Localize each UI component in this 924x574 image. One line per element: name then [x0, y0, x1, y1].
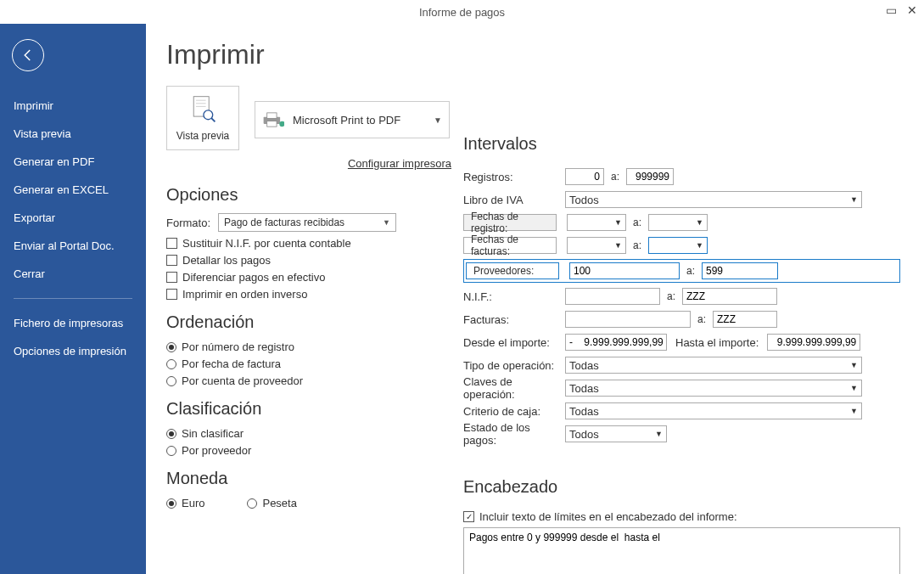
- fechas-registro-to[interactable]: ▼: [648, 214, 708, 231]
- sidebar-item-cerrar[interactable]: Cerrar: [0, 260, 146, 288]
- fechas-registro-from[interactable]: ▼: [567, 214, 626, 231]
- sidebar-item-opciones-impresion[interactable]: Opciones de impresión: [0, 337, 146, 365]
- document-search-icon: [188, 94, 218, 125]
- printer-icon: [262, 110, 284, 129]
- formato-select[interactable]: Pago de facturas recibidas ▼: [218, 213, 396, 232]
- chevron-down-icon: ▼: [696, 241, 703, 250]
- titlebar: Informe de pagos ▭ ✕: [0, 0, 924, 24]
- chevron-down-icon: ▼: [850, 407, 858, 415]
- close-icon[interactable]: ✕: [907, 3, 917, 17]
- tipo-operacion-label: Tipo de operación:: [463, 359, 565, 372]
- proveedores-row-highlighted: Proveedores: a:: [463, 259, 900, 283]
- desde-importe-label: Desde el importe:: [463, 336, 565, 349]
- sidebar: Imprimir Vista previa Generar en PDF Gen…: [0, 24, 146, 574]
- chevron-down-icon: ▼: [850, 361, 858, 369]
- radio-peseta[interactable]: Peseta: [247, 497, 296, 509]
- criterio-caja-select[interactable]: Todas▼: [565, 402, 862, 419]
- config-printer-link[interactable]: Configurar impresora: [348, 157, 451, 170]
- intervalos-title: Intervalos: [463, 134, 900, 154]
- sidebar-item-enviar-portal[interactable]: Enviar al Portal Doc.: [0, 232, 146, 260]
- chevron-down-icon: ▼: [696, 218, 703, 227]
- chevron-down-icon: ▼: [614, 218, 622, 227]
- sidebar-item-imprimir[interactable]: Imprimir: [0, 92, 146, 120]
- radio-cuenta-proveedor[interactable]: Por cuenta de proveedor: [166, 374, 412, 387]
- tipo-operacion-select[interactable]: Todas▼: [565, 357, 862, 374]
- libro-iva-select[interactable]: Todos▼: [565, 191, 862, 208]
- printer-select[interactable]: Microsoft Print to PDF ▼: [255, 101, 450, 138]
- fechas-facturas-to[interactable]: ▼: [648, 237, 708, 254]
- radio-euro[interactable]: Euro: [166, 497, 204, 509]
- nif-to-input[interactable]: [682, 288, 777, 305]
- sidebar-divider: [14, 298, 132, 299]
- check-diferenciar-efectivo[interactable]: Diferenciar pagos en efectivo: [166, 271, 412, 284]
- chevron-down-icon: ▼: [850, 195, 858, 204]
- chevron-down-icon: ▼: [850, 384, 858, 392]
- clasificacion-title: Clasificación: [166, 399, 412, 419]
- check-detallar-pagos[interactable]: Detallar los pagos: [166, 254, 412, 267]
- opciones-title: Opciones: [166, 185, 412, 205]
- radio-fecha-factura[interactable]: Por fecha de factura: [166, 357, 412, 370]
- preview-label: Vista previa: [176, 130, 229, 142]
- window-title: Informe de pagos: [419, 6, 505, 19]
- proveedores-to-input[interactable]: [702, 262, 778, 279]
- check-sustituir-nif[interactable]: Sustituir N.I.F. por cuenta contable: [166, 237, 412, 250]
- chevron-down-icon: ▼: [434, 115, 442, 125]
- encabezado-title: Encabezado: [463, 477, 900, 497]
- check-incluir-limites[interactable]: Incluir texto de límites en el encabezad…: [463, 510, 900, 523]
- registros-to-input[interactable]: [626, 168, 674, 185]
- desde-importe-input[interactable]: [565, 334, 667, 351]
- svg-rect-8: [267, 121, 277, 127]
- fechas-facturas-from[interactable]: ▼: [567, 237, 626, 254]
- chevron-down-icon: ▼: [655, 430, 663, 438]
- claves-operacion-label: Claves de operación:: [463, 375, 565, 401]
- ordenacion-title: Ordenación: [166, 312, 412, 332]
- preview-button[interactable]: Vista previa: [166, 86, 239, 150]
- fechas-registro-button[interactable]: Fechas de registro:: [463, 214, 557, 231]
- proveedores-from-input[interactable]: [569, 262, 680, 279]
- facturas-from-input[interactable]: [565, 311, 691, 328]
- printer-name: Microsoft Print to PDF: [293, 114, 425, 127]
- registros-label: Registros:: [463, 171, 565, 183]
- sidebar-item-exportar[interactable]: Exportar: [0, 204, 146, 232]
- facturas-to-input[interactable]: [713, 311, 777, 328]
- claves-operacion-select[interactable]: Todas▼: [565, 380, 862, 397]
- nif-label: N.I.F.:: [463, 290, 565, 303]
- hasta-importe-input[interactable]: [767, 334, 860, 351]
- nif-from-input[interactable]: [565, 288, 660, 305]
- page-title: Imprimir: [166, 39, 900, 70]
- moneda-title: Moneda: [166, 469, 412, 488]
- hasta-importe-label: Hasta el importe:: [675, 336, 759, 349]
- sidebar-item-generar-pdf[interactable]: Generar en PDF: [0, 148, 146, 176]
- back-button[interactable]: [12, 39, 44, 71]
- criterio-caja-label: Criterio de caja:: [463, 405, 565, 418]
- encabezado-textarea[interactable]: [463, 527, 900, 574]
- svg-line-5: [211, 118, 216, 122]
- estado-pagos-label: Estado de los pagos:: [463, 421, 565, 447]
- chevron-down-icon: ▼: [383, 218, 390, 227]
- minimize-icon[interactable]: ▭: [886, 3, 897, 17]
- check-orden-inverso[interactable]: Imprimir en orden inverso: [166, 288, 412, 301]
- sidebar-item-generar-excel[interactable]: Generar en EXCEL: [0, 176, 146, 204]
- radio-sin-clasificar[interactable]: Sin clasificar: [166, 427, 412, 440]
- proveedores-button[interactable]: Proveedores:: [466, 262, 559, 279]
- libro-iva-label: Libro de IVA: [463, 194, 565, 206]
- sidebar-item-vista-previa[interactable]: Vista previa: [0, 120, 146, 148]
- radio-por-proveedor[interactable]: Por proveedor: [166, 444, 412, 457]
- estado-pagos-select[interactable]: Todos▼: [565, 425, 667, 442]
- sidebar-item-fichero-impresoras[interactable]: Fichero de impresoras: [0, 309, 146, 337]
- radio-numero-registro[interactable]: Por número de registro: [166, 340, 412, 353]
- svg-point-9: [279, 121, 284, 127]
- registros-from-input[interactable]: [565, 168, 604, 185]
- fechas-facturas-button[interactable]: Fechas de facturas:: [463, 237, 557, 254]
- svg-rect-7: [267, 113, 277, 119]
- facturas-label: Facturas:: [463, 313, 565, 326]
- formato-label: Formato:: [166, 217, 213, 229]
- chevron-down-icon: ▼: [614, 241, 622, 250]
